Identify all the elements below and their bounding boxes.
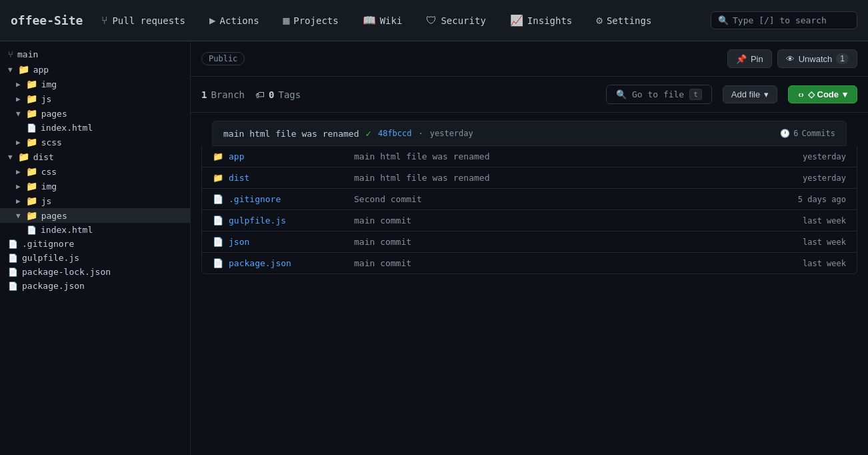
commit-message: main html file was renamed — [223, 129, 359, 139]
repo-header: Public 📌 Pin 👁 Unwatch 1 — [191, 41, 868, 77]
table-row: 📄 .gitignore Second commit 5 days ago — [202, 189, 857, 210]
file-icon: 📄 — [8, 254, 18, 263]
file-name-gitignore[interactable]: 📄 .gitignore — [213, 194, 346, 204]
tree-item-label: package.json — [22, 281, 85, 291]
actions-icon: ▶ — [209, 14, 216, 27]
tab-insights[interactable]: 📈 Insights — [499, 9, 583, 32]
repo-title: offee-Site — [11, 13, 83, 27]
tree-item-dist-pages-index[interactable]: 📄 index.html — [0, 223, 190, 237]
unwatch-button[interactable]: 👁 Unwatch 1 — [777, 49, 857, 68]
tags-count[interactable]: 🏷 0 Tags — [255, 89, 301, 100]
file-icon: 📄 — [27, 225, 37, 235]
tree-item-package-lock[interactable]: 📄 package-lock.json — [0, 265, 190, 279]
file-name-dist[interactable]: 📁 dist — [213, 173, 346, 183]
folder-icon: 📁 — [26, 210, 37, 221]
table-row: 📄 gulpfile.js main commit last week — [202, 210, 857, 232]
tree-item-app-pages[interactable]: ▼ 📁 pages — [0, 106, 190, 121]
arrow-icon: ▶ — [16, 138, 21, 147]
code-button[interactable]: ‹› ◇ Code ▾ — [788, 85, 857, 103]
tree-item-dist-js[interactable]: ▶ 📁 js — [0, 193, 190, 208]
commit-hash[interactable]: 48fbccd — [378, 129, 412, 138]
tree-item-gitignore[interactable]: 📄 .gitignore — [0, 237, 190, 251]
top-nav: offee-Site ⑂ Pull requests ▶ Actions ▦ P… — [0, 0, 868, 41]
tree-item-app-js[interactable]: ▶ 📁 js — [0, 91, 190, 106]
insights-icon: 📈 — [510, 14, 523, 27]
file-commit-package-json: main commit — [354, 258, 785, 268]
file-name-package-json[interactable]: 📄 package.json — [213, 258, 346, 268]
folder-icon: 📁 — [18, 151, 29, 162]
file-icon: 📄 — [213, 237, 223, 247]
table-row: 📁 dist main html file was renamed yester… — [202, 167, 857, 189]
pull-requests-icon: ⑂ — [101, 14, 108, 27]
tree-item-app-scss[interactable]: ▶ 📁 scss — [0, 135, 190, 149]
sidebar-branch[interactable]: ⑂ main — [0, 47, 190, 62]
chevron-down-icon: ▾ — [764, 89, 769, 99]
file-icon: 📄 — [8, 282, 18, 291]
file-commit-package-lock: main commit — [354, 237, 785, 247]
file-name-gulpfile[interactable]: 📄 gulpfile.js — [213, 215, 346, 225]
file-icon: 📄 — [8, 240, 18, 249]
file-icon: 📄 — [27, 123, 37, 133]
tab-wiki[interactable]: 📖 Wiki — [352, 9, 413, 32]
branch-icon: ⑂ — [8, 49, 13, 59]
folder-icon: 📁 — [26, 93, 37, 104]
main-layout: ⑂ main ▼ 📁 app ▶ 📁 img ▶ 📁 js ▼ 📁 pages — [0, 41, 868, 455]
check-icon: ✓ — [366, 128, 371, 139]
history-icon: 🕐 — [780, 129, 790, 138]
tree-item-dist-img[interactable]: ▶ 📁 img — [0, 179, 190, 193]
folder-icon: 📁 — [213, 173, 223, 183]
search-box[interactable]: 🔍 Type [/] to search — [711, 11, 857, 29]
arrow-icon: ▼ — [8, 153, 13, 161]
file-time-package-json: last week — [793, 259, 846, 268]
file-icon: 📄 — [213, 215, 223, 225]
tab-security[interactable]: 🛡 Security — [415, 9, 496, 32]
repo-title-row: Public 📌 Pin 👁 Unwatch 1 — [201, 49, 857, 68]
tree-item-gulpfile[interactable]: 📄 gulpfile.js — [0, 251, 190, 265]
file-time-dist: yesterday — [793, 173, 846, 183]
search-icon: 🔍 — [616, 89, 627, 99]
tree-item-app[interactable]: ▼ 📁 app — [0, 62, 190, 77]
arrow-icon: ▶ — [16, 167, 21, 176]
branch-name: main — [17, 49, 38, 59]
tree-item-app-pages-index[interactable]: 📄 index.html — [0, 121, 190, 135]
tab-projects[interactable]: ▦ Projects — [273, 9, 349, 32]
go-to-file-button[interactable]: 🔍 Go to file t — [606, 85, 712, 104]
file-icon: 📄 — [213, 194, 223, 204]
tree-item-label: index.html — [41, 123, 93, 133]
search-placeholder: Type [/] to search — [733, 15, 827, 25]
add-file-button[interactable]: Add file ▾ — [723, 85, 777, 103]
tab-settings[interactable]: ⚙ Settings — [585, 9, 662, 32]
file-table: 📁 app main html file was renamed yesterd… — [201, 146, 857, 274]
tree-item-dist[interactable]: ▼ 📁 dist — [0, 149, 190, 164]
tree-item-label: app — [33, 65, 49, 75]
branch-count[interactable]: 1 Branch — [201, 89, 245, 100]
tree-item-label: gulpfile.js — [22, 253, 79, 263]
arrow-icon: ▼ — [8, 65, 13, 74]
settings-icon: ⚙ — [596, 14, 603, 27]
commits-link[interactable]: 🕐 6 Commits — [780, 129, 835, 138]
folder-icon: 📁 — [18, 64, 29, 75]
tab-pull-requests[interactable]: ⑂ Pull requests — [91, 9, 196, 32]
tree-item-dist-css[interactable]: ▶ 📁 css — [0, 164, 190, 179]
pin-icon: 📌 — [736, 54, 747, 64]
tree-item-app-img[interactable]: ▶ 📁 img — [0, 77, 190, 91]
eye-icon: 👁 — [786, 54, 795, 64]
pin-button[interactable]: 📌 Pin — [727, 49, 772, 68]
file-name-app[interactable]: 📁 app — [213, 151, 346, 161]
file-commit-gitignore: Second commit — [354, 194, 785, 204]
tree-item-label: js — [41, 196, 52, 206]
code-icon: ‹› — [798, 89, 804, 99]
file-name-package-lock[interactable]: 📄 json — [213, 237, 346, 247]
tree-item-label: pages — [41, 109, 67, 119]
tree-item-dist-pages[interactable]: ▼ 📁 pages — [0, 208, 190, 223]
tab-actions[interactable]: ▶ Actions — [199, 9, 270, 32]
table-row: 📁 app main html file was renamed yesterd… — [202, 146, 857, 167]
arrow-icon: ▶ — [16, 197, 21, 205]
unwatch-count: 1 — [836, 53, 849, 64]
file-time-gitignore: 5 days ago — [793, 195, 846, 204]
tree-item-label: scss — [41, 137, 62, 147]
folder-icon: 📁 — [26, 108, 37, 119]
tree-item-package-json[interactable]: 📄 package.json — [0, 279, 190, 293]
tree-item-label: css — [41, 167, 57, 177]
file-time-package-lock: last week — [793, 238, 846, 247]
